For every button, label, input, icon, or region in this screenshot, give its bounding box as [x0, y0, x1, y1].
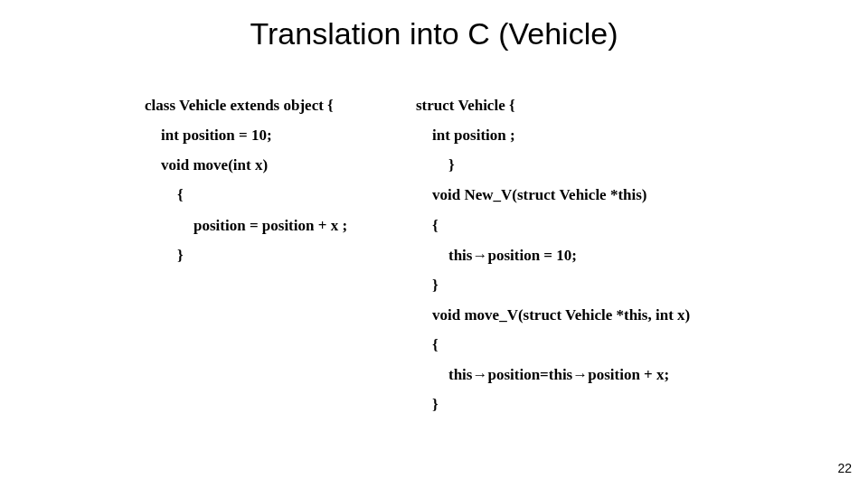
- code-line: this→position=this→position + x;: [416, 360, 741, 389]
- code-column-c: struct Vehicle { int position ; } void N…: [416, 90, 741, 420]
- code-line: this→position = 10;: [416, 240, 741, 270]
- code-line: {: [416, 330, 741, 360]
- slide-title: Translation into C (Vehicle): [0, 16, 868, 52]
- code-column-java: class Vehicle extends object { int posit…: [145, 90, 398, 270]
- code-line: {: [145, 180, 398, 210]
- code-line: {: [416, 211, 741, 240]
- code-line: struct Vehicle {: [416, 90, 741, 120]
- code-line: int position ;: [416, 120, 741, 150]
- code-line: class Vehicle extends object {: [145, 90, 398, 120]
- page-number: 22: [837, 461, 852, 475]
- code-line: void move(int x): [145, 150, 398, 180]
- code-line: int position = 10;: [145, 120, 398, 150]
- slide: Translation into C (Vehicle) class Vehic…: [0, 0, 868, 488]
- code-line: }: [416, 270, 741, 300]
- code-line: position = position + x ;: [145, 211, 398, 240]
- code-line: }: [145, 240, 398, 270]
- code-line: void move_V(struct Vehicle *this, int x): [416, 300, 741, 330]
- code-line: }: [416, 150, 741, 180]
- code-line: void New_V(struct Vehicle *this): [416, 180, 741, 210]
- code-line: }: [416, 389, 741, 419]
